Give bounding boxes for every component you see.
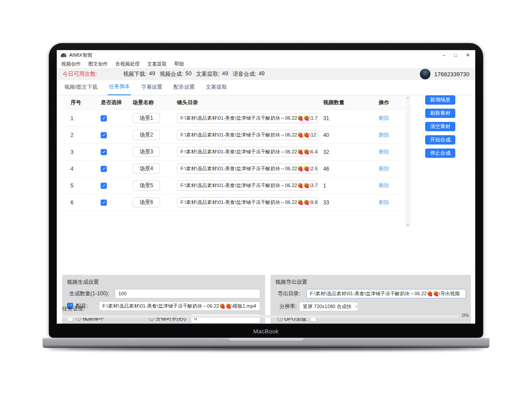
shot-directory-input[interactable]: F:\素材\选品素材\01-美食\盐津铺子冻干酸奶块～06.22🍓🍓\1.7 — [177, 113, 318, 123]
scene-name-input[interactable]: 场景6 — [133, 197, 160, 207]
menu-item-copy-extract[interactable]: 文案提取 — [147, 61, 167, 67]
table-row: 4 ✓ 场景4 F:\素材\选品素材\01-美食\盐津铺子冻干酸奶块～06.22… — [63, 160, 404, 177]
row-checkbox[interactable]: ✓ — [101, 132, 107, 138]
scene-name-input[interactable]: 场景1 — [133, 113, 160, 123]
shot-directory-input[interactable]: F:\素材\选品素材\01-美食\盐津铺子冻干酸奶块～06.22🍓🍓\3.7 — [177, 180, 318, 191]
check-icon: ✓ — [102, 116, 106, 121]
video-count: 31 — [323, 115, 379, 121]
row-checkbox[interactable]: ✓ — [101, 149, 107, 155]
stat-video-download: 视频下载: 49 — [123, 70, 155, 78]
resolution-row: 分辨率: 竖屏 720x1280 合成快 ∨ — [275, 301, 466, 311]
tab-copy-extract[interactable]: 文案提取 — [205, 83, 228, 95]
shot-directory-input[interactable]: F:\素材\选品素材\01-美食\盐津铺子冻干酸奶块～06.22🍓🍓\6.4 — [177, 147, 318, 157]
avatar[interactable] — [420, 69, 430, 79]
scene-name-input[interactable]: 场景4 — [133, 164, 160, 174]
stat-value: 50 — [185, 70, 192, 78]
row-checkbox[interactable]: ✓ — [101, 115, 107, 121]
delete-link[interactable]: 删除 — [379, 182, 389, 188]
row-checkbox[interactable]: ✓ — [101, 200, 107, 206]
shot-directory-input[interactable]: F:\素材\选品素材\01-美食\盐津铺子冻干酸奶块～06.22🍓🍓\9.8 — [177, 197, 318, 207]
scene-name-input[interactable]: 场景3 — [133, 147, 160, 157]
stat-value: 49 — [258, 70, 265, 78]
panel-title: 视频生成设置 — [67, 278, 260, 286]
scene-table: 序号 是否选择 场景名称 镜头目录 视频数量 操作 1 ✓ 场景1 F:\素材\… — [63, 95, 404, 211]
stage: MacBook AIMIX智剪 – □ ✕ 视频创作 图文创作 音视频处理 文案… — [0, 0, 532, 399]
export-dir-row: 导出目录: F:\素材\选品素材\01-美食\盐津铺子冻干酸奶块～06.22🍓🍓… — [275, 289, 466, 298]
tab-content: 序号 是否选择 场景名称 镜头目录 视频数量 操作 1 ✓ 场景1 F:\素材\… — [57, 95, 475, 324]
menu-item-image-text-create[interactable]: 图文创作 — [88, 61, 108, 67]
export-dir-input[interactable]: F:\素材\选品素材\01-美食\盐津铺子冻干酸奶块～06.22🍓🍓\导出视频 — [306, 289, 466, 298]
chevron-down-icon: ∨ — [355, 304, 358, 309]
quota-label: 今日可用次数: — [63, 70, 97, 78]
start-merge-button[interactable]: 开始合成 — [425, 135, 455, 145]
macbook-shadow — [47, 347, 485, 350]
tab-dubbing-settings[interactable]: 配音设置 — [172, 83, 196, 95]
dubbing-file-input[interactable]: F:\素材\选品素材\01-美食\盐津铺子冻干酸奶块～06.22🍓🍓\模板1.m… — [99, 301, 260, 311]
macbook-brand-label: MacBook — [49, 328, 483, 335]
scroll-up-icon[interactable]: ▲ — [407, 96, 409, 99]
stat-video-merge: 视频合成: 50 — [160, 70, 192, 78]
table-header-row: 序号 是否选择 场景名称 镜头目录 视频数量 操作 — [63, 95, 404, 110]
tab-video-image-download[interactable]: 视频/图文下载 — [63, 83, 98, 95]
menu-item-video-create[interactable]: 视频创作 — [61, 61, 81, 67]
menu-item-av-processing[interactable]: 音视频处理 — [115, 61, 140, 67]
window-titlebar: AIMIX智剪 – □ ✕ — [57, 50, 475, 60]
video-count: 1 — [323, 183, 379, 189]
app-logo-icon — [61, 53, 66, 57]
delete-link[interactable]: 删除 — [379, 115, 389, 121]
table-row: 5 ✓ 场景5 F:\素材\选品素材\01-美食\盐津铺子冻干酸奶块～06.22… — [63, 177, 404, 194]
stat-value: 49 — [222, 70, 228, 78]
tab-task-script[interactable]: 任务脚本 — [108, 83, 131, 95]
check-icon: ✓ — [102, 200, 106, 205]
stat-value: 49 — [149, 70, 155, 78]
table-row: 6 ✓ 场景6 F:\素材\选品素材\01-美食\盐津铺子冻干酸奶块～06.22… — [63, 194, 404, 211]
header-selected: 是否选择 — [101, 99, 133, 106]
quota-statsbar: 今日可用次数: 视频下载: 49 视频合成: 50 文案提取: 49 语音合成:… — [57, 68, 475, 80]
minimize-icon[interactable]: – — [442, 53, 445, 58]
add-scene-button[interactable]: 新增场景 — [425, 95, 455, 105]
close-icon[interactable]: ✕ — [466, 53, 470, 58]
macbook-lid-notch — [228, 338, 304, 342]
row-index: 1 — [63, 115, 101, 121]
generate-count-input[interactable]: 100 — [115, 289, 260, 298]
delete-link[interactable]: 删除 — [379, 149, 389, 155]
account-area: 17682339730 — [420, 69, 469, 79]
stat-label: 视频合成: — [160, 70, 183, 78]
stat-label: 语音合成: — [233, 70, 256, 78]
delete-link[interactable]: 删除 — [379, 199, 389, 205]
video-count: 33 — [323, 200, 379, 206]
tab-subtitle-settings[interactable]: 字幕设置 — [140, 83, 163, 95]
row-checkbox[interactable]: ✓ — [101, 183, 107, 189]
panel-title: 视频导出设置 — [275, 278, 466, 286]
resolution-select[interactable]: 竖屏 720x1280 合成快 ∨ — [299, 302, 358, 311]
task-progress-bar — [62, 315, 459, 318]
account-phone: 17682339730 — [434, 71, 469, 78]
stat-voice-merge: 语音合成: 49 — [233, 70, 265, 78]
header-video-count: 视频数量 — [323, 99, 379, 106]
resolution-value: 竖屏 720x1280 合成快 — [303, 303, 351, 310]
scene-name-input[interactable]: 场景2 — [133, 130, 160, 140]
header-actions: 操作 — [379, 99, 404, 106]
check-icon: ✓ — [102, 133, 106, 137]
task-progress-label: 任务进度: — [62, 305, 85, 313]
scene-name-input[interactable]: 场景5 — [133, 180, 160, 191]
shot-directory-input[interactable]: F:\素材\选品素材\01-美食\盐津铺子冻干酸奶块～06.22🍓🍓\2.5 — [177, 164, 318, 174]
delete-link[interactable]: 删除 — [379, 165, 389, 172]
delete-link[interactable]: 删除 — [379, 132, 389, 138]
stop-merge-button[interactable]: 停止合成 — [425, 149, 455, 158]
check-icon: ✓ — [102, 150, 106, 154]
menubar: 视频创作 图文创作 音视频处理 文案提取 帮助 — [57, 60, 475, 68]
clear-material-button[interactable]: 清空素材 — [425, 122, 455, 131]
scene-action-buttons: 新增场景 刷新素材 清空素材 开始合成 停止合成 — [425, 95, 455, 158]
refresh-material-button[interactable]: 刷新素材 — [425, 109, 455, 118]
maximize-icon[interactable]: □ — [454, 53, 457, 58]
row-checkbox[interactable]: ✓ — [101, 166, 107, 172]
generate-count-row: 生成数量(1-100): 100 — [67, 289, 260, 298]
resolution-label: 分辨率: — [275, 303, 299, 310]
stat-label: 文案提取: — [196, 70, 219, 78]
scroll-down-icon[interactable]: ▼ — [407, 224, 409, 227]
table-scrollbar[interactable]: ▲ ▼ — [405, 95, 411, 227]
export-dir-label: 导出目录: — [275, 290, 306, 297]
shot-directory-input[interactable]: F:\素材\选品素材\01-美食\盐津铺子冻干酸奶块～06.22🍓🍓\12 — [177, 130, 318, 140]
menu-item-help[interactable]: 帮助 — [174, 61, 184, 67]
